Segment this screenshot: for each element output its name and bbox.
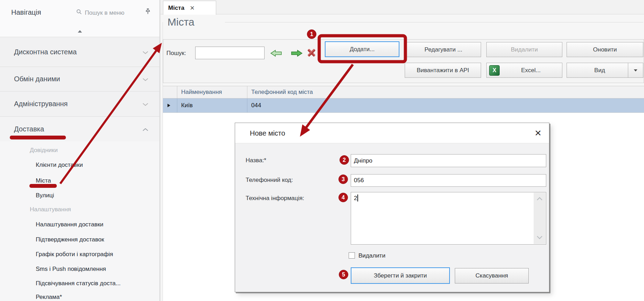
textarea-scrollbar[interactable]	[534, 193, 546, 244]
excel-icon: X	[489, 65, 500, 76]
excel-button-label: Excel...	[500, 67, 562, 74]
view-button[interactable]: Вид	[567, 63, 643, 78]
sidebar-section-directories: Довідники	[30, 147, 58, 154]
row-marker-icon	[167, 104, 170, 107]
menu-search-input[interactable]: Пошук в меню	[76, 9, 124, 16]
prev-arrow-icon[interactable]	[270, 49, 282, 59]
sidebar-item-advertising[interactable]: Реклама*	[36, 294, 62, 301]
sidebar-item-delivery-clients[interactable]: Клієнти доставки	[36, 162, 83, 169]
cancel-button-label: Скасування	[475, 272, 508, 279]
sidebar-category-delivery[interactable]: Доставка	[0, 116, 159, 141]
chevron-up-icon	[143, 125, 148, 133]
edit-button[interactable]: Редагувати ...	[406, 42, 481, 57]
sidebar-item-delivery-confirmation[interactable]: Підтвердження доставок	[36, 236, 104, 243]
excel-button[interactable]: X Excel...	[486, 63, 562, 78]
text-caret	[357, 194, 358, 201]
sidebar-item-delivery-settings[interactable]: Налаштування доставки	[36, 221, 103, 228]
step-badge-2: 2	[340, 155, 349, 165]
step-badge-3: 3	[338, 175, 348, 184]
tech-info-value: 2	[354, 195, 357, 201]
phone-code-field-label: Телефонний код:	[246, 177, 293, 184]
refresh-button-label: Оновити	[593, 46, 617, 53]
name-field[interactable]	[351, 154, 546, 167]
cancel-button[interactable]: Скасування	[455, 268, 529, 283]
menu-search-placeholder: Пошук в меню	[85, 9, 124, 16]
sidebar-item-schedule-cartography[interactable]: Графік роботи і картографія	[36, 251, 113, 258]
row-selector-header	[163, 86, 177, 98]
cell-city-name: Київ	[177, 98, 247, 112]
view-button-label: Вид	[594, 67, 605, 74]
edit-button-label: Редагувати ...	[425, 46, 463, 53]
table-row-selected[interactable]: Київ 044	[163, 98, 644, 113]
tech-info-textarea[interactable]: 2	[351, 192, 546, 245]
table-header: Найменування Телефонний код міста	[163, 86, 644, 98]
pin-icon[interactable]	[145, 8, 151, 16]
column-header-phone-code[interactable]: Телефонний код міста	[247, 86, 387, 98]
upload-api-button[interactable]: Вивантажити в API	[405, 63, 481, 78]
sidebar-item-cities[interactable]: Міста	[36, 177, 51, 184]
sidebar-title: Навігація	[11, 8, 41, 16]
refresh-button[interactable]: Оновити	[567, 42, 643, 57]
tab-close-icon[interactable]: ×	[190, 5, 194, 12]
upload-api-button-label: Вивантажити в API	[417, 67, 469, 74]
step-badge-4: 4	[338, 193, 348, 202]
cell-phone-code: 044	[247, 98, 387, 112]
collapse-arrow-icon[interactable]	[78, 30, 82, 33]
delete-button-label: Видалити	[511, 46, 538, 53]
chevron-down-icon	[143, 75, 148, 83]
navigation-sidebar: Навігація Пошук в меню Дисконтна система…	[0, 0, 160, 301]
sidebar-section-settings: Налаштування	[30, 206, 71, 213]
search-icon	[76, 9, 82, 16]
delete-button[interactable]: Видалити	[486, 42, 562, 57]
search-input[interactable]	[195, 47, 265, 59]
sidebar-item-streets[interactable]: Вулиці	[36, 192, 54, 199]
tab-strip	[160, 0, 644, 14]
sidebar-category-data-exchange[interactable]: Обмін даними	[0, 67, 159, 91]
delete-checkbox[interactable]	[349, 252, 355, 259]
new-city-dialog: Нове місто × Назва:* Телефонний код: Тех…	[235, 123, 549, 292]
phone-code-field[interactable]	[351, 174, 546, 187]
category-label: Доставка	[14, 125, 44, 133]
next-arrow-icon[interactable]	[291, 49, 303, 59]
sidebar-category-administration[interactable]: Адміністрування	[0, 91, 159, 116]
save-close-button[interactable]: Зберегти й закрити	[351, 267, 450, 284]
dialog-close-icon[interactable]: ×	[535, 126, 541, 140]
clear-search-icon[interactable]	[307, 48, 316, 57]
delete-checkbox-label: Видалити	[358, 252, 385, 259]
add-button-label: Додати...	[350, 46, 375, 53]
category-label: Обмін даними	[14, 75, 60, 83]
search-label: Пошук:	[166, 50, 186, 57]
scroll-up-icon	[536, 197, 543, 201]
column-header-name[interactable]: Найменування	[177, 86, 247, 98]
name-field-label: Назва:*	[246, 157, 266, 164]
step-badge-1: 1	[307, 29, 316, 39]
step-badge-5: 5	[339, 270, 348, 279]
app-window: Навігація Пошук в меню Дисконтна система…	[0, 0, 644, 301]
category-label: Адміністрування	[14, 100, 68, 108]
sidebar-item-status-highlight[interactable]: Підсвічування статусів доста...	[36, 280, 121, 287]
chevron-down-icon	[143, 100, 148, 108]
add-button[interactable]: Додати...	[325, 41, 399, 57]
tab-label: Міста	[168, 5, 184, 12]
main-left-border	[160, 0, 160, 301]
dialog-title: Нове місто	[250, 129, 285, 137]
groupbox-top-line	[225, 22, 643, 22]
split-separator	[628, 63, 628, 77]
tech-info-field-label: Технічна інформація:	[246, 195, 304, 202]
dropdown-arrow-icon[interactable]	[634, 69, 637, 71]
tab-cities[interactable]: Міста ×	[163, 1, 216, 15]
chevron-down-icon	[143, 48, 148, 56]
sidebar-item-sms-push[interactable]: Sms i Push повідомлення	[36, 266, 106, 273]
scroll-down-icon	[536, 235, 543, 239]
page-title: Міста	[167, 16, 194, 28]
save-close-button-label: Зберегти й закрити	[374, 272, 427, 279]
category-label: Дисконтна система	[14, 48, 77, 56]
sidebar-category-discount[interactable]: Дисконтна система	[0, 37, 159, 67]
